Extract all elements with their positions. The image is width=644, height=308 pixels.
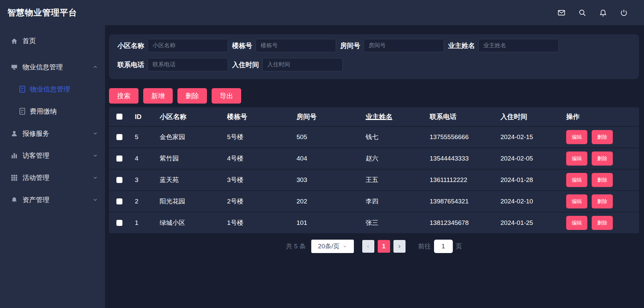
col-building: 楼栋号	[227, 112, 297, 121]
table-header-row: ID 小区名称 楼栋号 房间号 业主姓名 联系电话 入住时间 操作	[109, 107, 639, 126]
field-label: 联系电话	[117, 60, 144, 69]
cell-phone: 13755556666	[430, 133, 500, 141]
select-all-checkbox[interactable]	[116, 114, 122, 120]
cell-room: 505	[297, 133, 366, 141]
grid-icon	[11, 174, 18, 181]
toolbar: 搜索 新增 删除 导出	[109, 88, 639, 104]
delete-row-button[interactable]: 删除	[592, 173, 613, 187]
goto-page-input[interactable]	[434, 240, 453, 253]
cell-id: 3	[135, 176, 160, 184]
col-owner: 业主姓名	[366, 112, 430, 121]
delete-row-button[interactable]: 删除	[592, 194, 613, 208]
cell-id: 5	[135, 133, 160, 141]
sidebar-item-visitor-management[interactable]: 访客管理	[0, 144, 105, 167]
sidebar-item-label: 首页	[22, 37, 36, 46]
sidebar-subitem-property-info[interactable]: 物业信息管理	[0, 78, 105, 100]
cell-building: 4号楼	[227, 154, 297, 163]
filter-panel: 小区名称 楼栋号 房间号 业主姓名 联系电话 入住时间	[109, 34, 639, 79]
edit-button[interactable]: 编辑	[566, 216, 587, 230]
row-checkbox[interactable]	[116, 198, 122, 204]
cell-community: 阳光花园	[160, 197, 227, 206]
owner-name-input[interactable]	[478, 39, 559, 52]
cell-owner: 王五	[366, 176, 430, 184]
bell-icon	[11, 196, 18, 203]
table-row: 5 金色家园 5号楼 505 钱七 13755556666 2024-02-15…	[109, 126, 639, 147]
row-checkbox[interactable]	[116, 134, 122, 140]
building-number-input[interactable]	[256, 39, 336, 52]
mail-icon[interactable]	[557, 9, 566, 17]
sidebar: 首页 物业信息管理 物业信息管理 费用缴纳 报修服务	[0, 25, 105, 308]
cell-building: 5号楼	[227, 133, 297, 141]
col-movein: 入住时间	[500, 112, 566, 121]
sidebar-item-activity-management[interactable]: 活动管理	[0, 167, 105, 189]
delete-button[interactable]: 删除	[177, 88, 207, 104]
pagination: 共 5 条 20条/页 1 前往 页	[109, 239, 639, 253]
cell-room: 404	[297, 155, 366, 162]
delete-row-button[interactable]: 删除	[592, 151, 613, 166]
edit-button[interactable]: 编辑	[566, 173, 587, 187]
prev-page-button[interactable]	[362, 240, 374, 253]
sidebar-item-repair-service[interactable]: 报修服务	[0, 122, 105, 144]
goto-label: 前往	[418, 242, 431, 251]
col-phone: 联系电话	[430, 112, 500, 121]
page-size-select[interactable]: 20条/页	[311, 240, 354, 253]
sidebar-item-label: 资产管理	[22, 195, 49, 204]
sidebar-item-home[interactable]: 首页	[0, 30, 105, 52]
filter-field-movein: 入住时间	[232, 58, 343, 71]
field-label: 楼栋号	[232, 41, 252, 50]
sidebar-item-label: 报修服务	[22, 129, 49, 138]
edit-button[interactable]: 编辑	[566, 194, 587, 208]
page-number-button[interactable]: 1	[378, 240, 390, 253]
cell-movein: 2024-02-10	[500, 198, 566, 205]
sidebar-item-asset-management[interactable]: 资产管理	[0, 189, 105, 211]
add-button[interactable]: 新增	[143, 88, 173, 104]
power-icon[interactable]	[620, 9, 628, 17]
page-unit-label: 页	[456, 242, 462, 251]
bell-icon[interactable]	[599, 9, 607, 17]
sidebar-subitem-fee-payment[interactable]: 费用缴纳	[0, 100, 105, 122]
search-button[interactable]: 搜索	[109, 88, 139, 104]
cell-owner: 张三	[366, 219, 430, 227]
chevron-down-icon	[93, 175, 98, 180]
sidebar-subitem-label: 物业信息管理	[30, 85, 70, 94]
table-row: 2 阳光花园 2号楼 202 李四 13987654321 2024-02-10…	[109, 190, 639, 212]
user-icon	[11, 130, 18, 137]
cell-community: 金色家园	[160, 133, 227, 141]
sidebar-item-label: 物业信息管理	[22, 63, 63, 72]
delete-row-button[interactable]: 删除	[592, 216, 613, 230]
cell-owner: 钱七	[366, 133, 430, 141]
filter-field-community: 小区名称	[117, 39, 228, 52]
cell-community: 绿城小区	[160, 219, 227, 227]
phone-input[interactable]	[148, 58, 228, 71]
field-label: 房间号	[340, 41, 360, 50]
cell-phone: 13544443333	[430, 155, 500, 162]
sidebar-subitem-label: 费用缴纳	[30, 107, 57, 116]
delete-row-button[interactable]: 删除	[592, 130, 613, 144]
field-label: 入住时间	[232, 60, 259, 69]
col-community: 小区名称	[160, 112, 227, 121]
export-button[interactable]: 导出	[212, 88, 241, 104]
col-room: 房间号	[297, 112, 366, 121]
col-id: ID	[135, 113, 160, 121]
cell-room: 202	[297, 198, 366, 205]
move-in-date-input[interactable]	[262, 58, 343, 71]
row-checkbox[interactable]	[116, 177, 122, 183]
cell-phone: 13812345678	[430, 219, 500, 227]
room-number-input[interactable]	[364, 39, 444, 52]
row-checkbox[interactable]	[116, 220, 122, 226]
chevron-down-icon	[93, 131, 98, 136]
header-icon-group	[557, 9, 644, 17]
search-icon[interactable]	[578, 9, 586, 17]
sidebar-item-label: 访客管理	[22, 151, 49, 160]
cell-owner: 赵六	[366, 154, 430, 163]
edit-button[interactable]: 编辑	[566, 130, 587, 144]
sidebar-item-property-info[interactable]: 物业信息管理	[0, 56, 105, 78]
community-name-input[interactable]	[148, 39, 228, 52]
cell-movein: 2024-01-25	[500, 219, 566, 227]
filter-field-phone: 联系电话	[117, 58, 228, 71]
document-icon	[19, 108, 25, 115]
col-actions: 操作	[566, 112, 639, 121]
next-page-button[interactable]	[393, 240, 406, 253]
edit-button[interactable]: 编辑	[566, 151, 587, 166]
row-checkbox[interactable]	[116, 156, 122, 162]
